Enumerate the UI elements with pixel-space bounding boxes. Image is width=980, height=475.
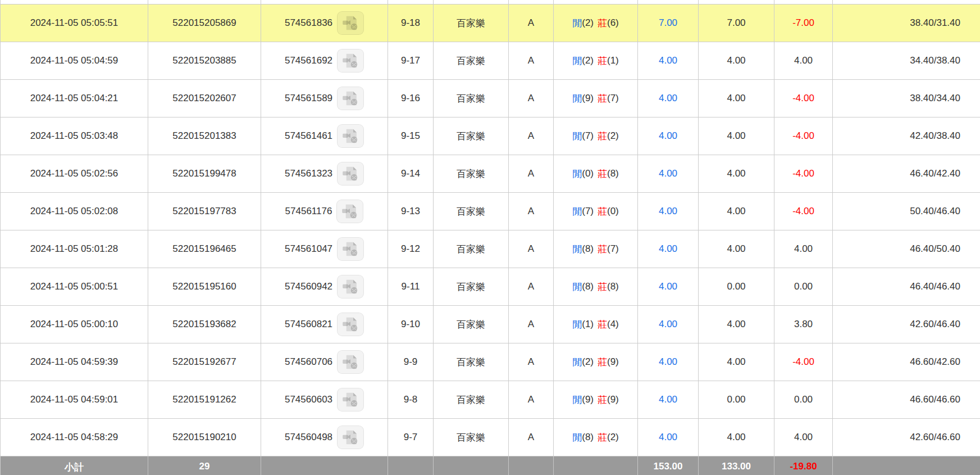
video-file-icon [341, 278, 359, 295]
game-type: 百家樂 [434, 4, 509, 42]
game-result: 閒(1)莊(4) [554, 306, 638, 343]
game-result: 閒(9)莊(9) [554, 381, 638, 418]
video-replay-button[interactable] [337, 49, 364, 73]
table-code: A [509, 193, 554, 230]
table-row[interactable]: 2024-11-05 05:00:10 522015193682 5745608… [1, 306, 980, 343]
bet-amount: 4.00 [638, 42, 699, 79]
video-file-icon [341, 241, 359, 257]
video-replay-button[interactable] [337, 350, 364, 374]
subtotal-empty-cell [833, 456, 980, 475]
banker-label: 莊 [598, 431, 607, 444]
video-file-icon [341, 128, 359, 144]
video-replay-button[interactable] [337, 162, 364, 186]
game-id-cell: 574561323 [261, 155, 388, 192]
video-replay-button[interactable] [337, 87, 364, 110]
game-result: 閒(8)莊(2) [554, 419, 638, 456]
banker-label: 莊 [598, 92, 607, 105]
game-id-cell: 574561047 [261, 230, 388, 268]
bet-amount: 4.00 [638, 343, 699, 381]
table-row[interactable]: 2024-11-05 05:01:28 522015196465 5745610… [1, 230, 980, 268]
video-replay-button[interactable] [336, 200, 363, 223]
player-label: 閒 [572, 243, 582, 256]
game-id-cell: 574560821 [261, 306, 388, 343]
video-replay-button[interactable] [337, 426, 364, 449]
win-loss: -4.00 [774, 193, 833, 230]
subtotal-bet-amount: 153.00 [638, 456, 699, 475]
player-score: (7) [582, 206, 594, 217]
win-loss: 4.00 [774, 42, 833, 79]
round-number: 9-15 [388, 117, 434, 155]
game-type: 百家樂 [434, 343, 509, 381]
table-code: A [509, 155, 554, 192]
banker-score: (2) [607, 432, 619, 443]
bet-amount: 4.00 [638, 193, 699, 230]
game-result: 閒(7)莊(0) [554, 193, 638, 230]
banker-score: (9) [607, 356, 619, 368]
banker-label: 莊 [598, 168, 607, 180]
bet-history-table: 2024-11-05 05:05:51 522015205869 5745618… [0, 0, 980, 475]
balance: 46.40/46.40 [833, 268, 980, 305]
banker-label: 莊 [598, 318, 607, 331]
game-id: 574561047 [285, 243, 332, 255]
empty-cell [554, 0, 638, 4]
player-score: (8) [582, 432, 594, 443]
round-number: 9-7 [388, 419, 434, 456]
bet-id: 522015197783 [148, 193, 261, 230]
game-result: 閒(7)莊(2) [554, 117, 638, 155]
round-number: 9-18 [388, 4, 434, 42]
win-loss: -4.00 [774, 155, 833, 192]
video-replay-button[interactable] [337, 124, 364, 148]
video-replay-button[interactable] [337, 237, 364, 261]
banker-label: 莊 [598, 281, 607, 293]
win-loss: -7.00 [774, 4, 833, 42]
table-row[interactable]: 2024-11-05 04:59:01 522015191262 5745606… [1, 381, 980, 419]
table-row[interactable]: 2024-11-05 05:02:56 522015199478 5745613… [1, 155, 980, 193]
video-file-icon [341, 429, 359, 446]
video-replay-button[interactable] [337, 275, 364, 298]
game-type: 百家樂 [434, 117, 509, 155]
valid-amount: 4.00 [699, 155, 774, 192]
table-row[interactable]: 2024-11-05 05:03:48 522015201383 5745614… [1, 117, 980, 155]
video-replay-button[interactable] [337, 313, 364, 336]
round-number: 9-12 [388, 230, 434, 268]
subtotal-count: 29 [148, 456, 261, 475]
game-id: 574561692 [285, 55, 332, 66]
balance: 46.40/42.40 [833, 155, 980, 192]
banker-label: 莊 [598, 55, 607, 67]
win-loss: -4.00 [774, 80, 833, 117]
table-code: A [509, 42, 554, 79]
video-replay-button[interactable] [337, 11, 364, 35]
empty-cell [388, 0, 434, 4]
table-row[interactable]: 2024-11-05 05:05:51 522015205869 5745618… [1, 4, 980, 42]
video-file-icon [341, 354, 359, 370]
table-code: A [509, 80, 554, 117]
table-row[interactable]: 2024-11-05 05:02:08 522015197783 5745611… [1, 193, 980, 230]
bet-time: 2024-11-05 05:00:51 [1, 268, 148, 305]
game-result: 閒(2)莊(6) [554, 4, 638, 42]
round-number: 9-9 [388, 343, 434, 381]
game-id-cell: 574560706 [261, 343, 388, 381]
banker-score: (0) [607, 206, 619, 217]
video-file-icon [341, 391, 359, 408]
round-number: 9-17 [388, 42, 434, 79]
table-row[interactable]: 2024-11-05 05:00:51 522015195160 5745609… [1, 268, 980, 306]
balance: 42.60/46.40 [833, 306, 980, 343]
valid-amount: 7.00 [699, 4, 774, 42]
banker-label: 莊 [598, 17, 607, 30]
banker-score: (6) [607, 17, 619, 29]
table-row[interactable]: 2024-11-05 04:58:29 522015190210 5745604… [1, 419, 980, 456]
player-score: (8) [582, 281, 594, 292]
table-row[interactable]: 2024-11-05 05:04:21 522015202607 5745615… [1, 80, 980, 117]
table-row[interactable]: 2024-11-05 04:59:39 522015192677 5745607… [1, 343, 980, 381]
empty-cell [774, 0, 833, 4]
valid-amount: 4.00 [699, 193, 774, 230]
game-id-cell: 574561836 [261, 4, 388, 42]
player-label: 閒 [572, 205, 582, 218]
video-replay-button[interactable] [337, 388, 364, 411]
balance: 46.60/42.60 [833, 343, 980, 381]
bet-amount: 4.00 [638, 268, 699, 305]
game-id: 574560603 [285, 394, 332, 405]
table-row[interactable]: 2024-11-05 05:04:59 522015203885 5745616… [1, 42, 980, 80]
game-id-cell: 574561692 [261, 42, 388, 79]
player-label: 閒 [572, 393, 582, 406]
